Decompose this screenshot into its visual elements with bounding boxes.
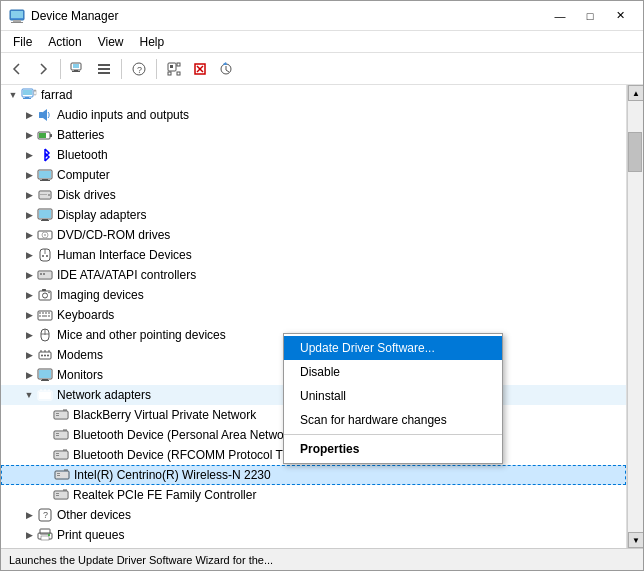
ctx-scan[interactable]: Scan for hardware changes: [284, 408, 502, 432]
dvd-label: DVD/CD-ROM drives: [57, 228, 170, 242]
processors-expand[interactable]: ▶: [21, 547, 37, 548]
tree-dvd[interactable]: ▶ DVD/CD-ROM drives: [1, 225, 626, 245]
netcard-icon-3: [53, 447, 69, 463]
update-button[interactable]: [214, 57, 238, 81]
back-button[interactable]: [5, 57, 29, 81]
tree-root[interactable]: ▼ farrad: [1, 85, 626, 105]
svg-rect-65: [42, 315, 47, 317]
svg-rect-43: [41, 220, 49, 221]
minimize-button[interactable]: —: [545, 6, 575, 26]
dvd-expand[interactable]: ▶: [21, 227, 37, 243]
tree-ide[interactable]: ▶ IDE ATA/ATAPI controllers: [1, 265, 626, 285]
audio-icon: [37, 107, 53, 123]
network-expand[interactable]: ▼: [21, 387, 37, 403]
other-icon: ?: [37, 507, 53, 523]
other-expand[interactable]: ▶: [21, 507, 37, 523]
svg-rect-23: [23, 90, 32, 95]
svg-rect-53: [40, 273, 42, 275]
view-button[interactable]: [92, 57, 116, 81]
svg-point-58: [48, 292, 50, 294]
disk-expand[interactable]: ▶: [21, 187, 37, 203]
svg-rect-17: [168, 72, 171, 75]
tree-intel-wifi[interactable]: ▶ Intel(R) Centrino(R) Wireless-N 2230: [1, 465, 626, 485]
properties-button[interactable]: [66, 57, 90, 81]
scrollbar[interactable]: ▲ ▼: [627, 85, 643, 548]
mouse-icon: [37, 327, 53, 343]
svg-point-50: [46, 255, 48, 257]
printer-icon: [37, 527, 53, 543]
ctx-separator: [284, 434, 502, 435]
hid-icon: [37, 247, 53, 263]
root-expand-arrow[interactable]: ▼: [5, 87, 21, 103]
tree-processors[interactable]: ▶ Processors: [1, 545, 626, 548]
tree-hid[interactable]: ▶ Human Interface Devices: [1, 245, 626, 265]
tree-disk[interactable]: ▶ Disk drives: [1, 185, 626, 205]
tree-realtek[interactable]: ▶ Realtek PCIe FE Family Controller: [1, 485, 626, 505]
scroll-thumb[interactable]: [628, 132, 642, 172]
scroll-down-button[interactable]: ▼: [628, 532, 643, 548]
menu-view[interactable]: View: [90, 31, 132, 52]
svg-rect-98: [56, 435, 59, 436]
ctx-disable[interactable]: Disable: [284, 360, 502, 384]
computer2-icon: [37, 167, 53, 183]
window-icon: [9, 8, 25, 24]
display-label: Display adapters: [57, 208, 146, 222]
imaging-expand[interactable]: ▶: [21, 287, 37, 303]
svg-rect-123: [41, 536, 49, 540]
imaging-icon: [37, 287, 53, 303]
uninstall-button[interactable]: [188, 57, 212, 81]
svg-rect-41: [39, 210, 51, 218]
svg-point-56: [43, 293, 48, 298]
help-button[interactable]: ?: [127, 57, 151, 81]
svg-rect-97: [56, 433, 59, 434]
svg-rect-109: [57, 473, 60, 474]
root-label: farrad: [41, 88, 72, 102]
tree-other[interactable]: ▶ ? Other devices: [1, 505, 626, 525]
tree-bluetooth[interactable]: ▶ Bluetooth: [1, 145, 626, 165]
toolbar: ?: [1, 53, 643, 85]
svg-rect-104: [56, 455, 59, 456]
bt-pan-label: Bluetooth Device (Personal Area Network): [73, 428, 298, 442]
bluetooth-label: Bluetooth: [57, 148, 108, 162]
modems-expand[interactable]: ▶: [21, 347, 37, 363]
menu-action[interactable]: Action: [40, 31, 89, 52]
scroll-up-button[interactable]: ▲: [628, 85, 643, 101]
monitors-expand[interactable]: ▶: [21, 367, 37, 383]
ide-expand[interactable]: ▶: [21, 267, 37, 283]
audio-expand[interactable]: ▶: [21, 107, 37, 123]
keyboards-expand[interactable]: ▶: [21, 307, 37, 323]
network-label: Network adapters: [57, 388, 151, 402]
ctx-properties[interactable]: Properties: [284, 437, 502, 461]
modem-icon: [37, 347, 53, 363]
ctx-uninstall[interactable]: Uninstall: [284, 384, 502, 408]
batteries-expand[interactable]: ▶: [21, 127, 37, 143]
menu-help[interactable]: Help: [132, 31, 173, 52]
intel-wifi-label: Intel(R) Centrino(R) Wireless-N 2230: [74, 468, 271, 482]
svg-rect-9: [98, 68, 110, 70]
window-controls: — □ ✕: [545, 6, 635, 26]
display-expand[interactable]: ▶: [21, 207, 37, 223]
tree-printq[interactable]: ▶ Print queues: [1, 525, 626, 545]
tree-batteries[interactable]: ▶ Batteries: [1, 125, 626, 145]
scan-button[interactable]: [162, 57, 186, 81]
tree-keyboards[interactable]: ▶ Keyboards: [1, 305, 626, 325]
tree-display[interactable]: ▶ Display adapters: [1, 205, 626, 225]
bluetooth-expand[interactable]: ▶: [21, 147, 37, 163]
tree-computer[interactable]: ▶ Computer: [1, 165, 626, 185]
tree-imaging[interactable]: ▶ Imaging devices: [1, 285, 626, 305]
computer-expand[interactable]: ▶: [21, 167, 37, 183]
tree-audio[interactable]: ▶ Audio inputs and outputs: [1, 105, 626, 125]
ctx-update-driver[interactable]: Update Driver Software...: [284, 336, 502, 360]
close-button[interactable]: ✕: [605, 6, 635, 26]
printq-expand[interactable]: ▶: [21, 527, 37, 543]
maximize-button[interactable]: □: [575, 6, 605, 26]
svg-rect-2: [11, 22, 23, 23]
menu-file[interactable]: File: [5, 31, 40, 52]
network-icon: [37, 387, 53, 403]
svg-rect-7: [72, 71, 80, 72]
mice-expand[interactable]: ▶: [21, 327, 37, 343]
forward-button[interactable]: [31, 57, 55, 81]
dvd-icon: [37, 227, 53, 243]
svg-rect-16: [177, 72, 180, 75]
hid-expand[interactable]: ▶: [21, 247, 37, 263]
